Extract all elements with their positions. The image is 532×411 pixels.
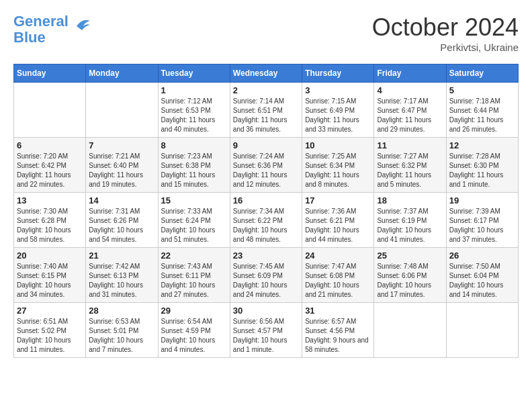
day-number: 2 <box>233 85 299 95</box>
day-info: Sunrise: 7:27 AM Sunset: 6:32 PM Dayligh… <box>377 152 443 189</box>
weekday-header-cell: Monday <box>86 64 158 83</box>
day-number: 18 <box>377 195 443 205</box>
day-info: Sunrise: 7:39 AM Sunset: 6:17 PM Dayligh… <box>449 207 515 244</box>
calendar-cell: 12Sunrise: 7:28 AM Sunset: 6:30 PM Dayli… <box>446 138 518 193</box>
calendar-cell: 20Sunrise: 7:40 AM Sunset: 6:15 PM Dayli… <box>14 248 86 303</box>
calendar-cell: 30Sunrise: 6:56 AM Sunset: 4:57 PM Dayli… <box>230 303 302 358</box>
day-number: 6 <box>17 140 83 150</box>
calendar-cell: 29Sunrise: 6:54 AM Sunset: 4:59 PM Dayli… <box>158 303 230 358</box>
day-number: 12 <box>449 140 515 150</box>
calendar-cell: 3Sunrise: 7:15 AM Sunset: 6:49 PM Daylig… <box>302 83 374 138</box>
day-number: 23 <box>233 250 299 261</box>
day-number: 14 <box>89 195 154 205</box>
day-number: 25 <box>377 250 443 261</box>
day-number: 15 <box>161 195 227 205</box>
weekday-header-cell: Sunday <box>14 64 86 83</box>
calendar-cell <box>446 303 518 358</box>
calendar-week-row: 13Sunrise: 7:30 AM Sunset: 6:28 PM Dayli… <box>14 193 519 248</box>
logo-text: GeneralBlue <box>13 13 69 46</box>
calendar-week-row: 6Sunrise: 7:20 AM Sunset: 6:42 PM Daylig… <box>14 138 519 193</box>
calendar-cell: 8Sunrise: 7:23 AM Sunset: 6:38 PM Daylig… <box>158 138 230 193</box>
calendar-cell <box>14 83 86 138</box>
calendar-cell <box>86 83 158 138</box>
calendar-table: SundayMondayTuesdayWednesdayThursdayFrid… <box>13 64 519 358</box>
day-info: Sunrise: 6:57 AM Sunset: 4:56 PM Dayligh… <box>305 317 371 355</box>
day-number: 5 <box>449 85 515 95</box>
calendar-cell: 31Sunrise: 6:57 AM Sunset: 4:56 PM Dayli… <box>302 303 374 358</box>
title-block: October 2024 Perkivtsi, Ukraine <box>372 13 519 53</box>
day-number: 11 <box>377 140 443 150</box>
calendar-cell: 7Sunrise: 7:21 AM Sunset: 6:40 PM Daylig… <box>86 138 158 193</box>
day-info: Sunrise: 7:23 AM Sunset: 6:38 PM Dayligh… <box>161 152 227 189</box>
day-info: Sunrise: 7:21 AM Sunset: 6:40 PM Dayligh… <box>89 152 154 189</box>
day-number: 3 <box>305 85 371 95</box>
day-info: Sunrise: 7:47 AM Sunset: 6:08 PM Dayligh… <box>305 262 371 300</box>
day-number: 1 <box>161 85 227 95</box>
weekday-header-cell: Wednesday <box>230 64 302 83</box>
day-number: 4 <box>377 85 443 95</box>
day-info: Sunrise: 7:33 AM Sunset: 6:24 PM Dayligh… <box>161 207 227 244</box>
weekday-header-cell: Tuesday <box>158 64 230 83</box>
calendar-cell: 26Sunrise: 7:50 AM Sunset: 6:04 PM Dayli… <box>446 248 518 303</box>
day-number: 17 <box>305 195 371 205</box>
day-number: 8 <box>161 140 227 150</box>
calendar-cell: 11Sunrise: 7:27 AM Sunset: 6:32 PM Dayli… <box>374 138 446 193</box>
day-info: Sunrise: 7:15 AM Sunset: 6:49 PM Dayligh… <box>305 97 371 134</box>
calendar-cell: 17Sunrise: 7:36 AM Sunset: 6:21 PM Dayli… <box>302 193 374 248</box>
day-number: 19 <box>449 195 515 205</box>
day-info: Sunrise: 7:37 AM Sunset: 6:19 PM Dayligh… <box>377 207 443 244</box>
weekday-header-cell: Friday <box>374 64 446 83</box>
calendar-cell: 27Sunrise: 6:51 AM Sunset: 5:02 PM Dayli… <box>14 303 86 358</box>
day-info: Sunrise: 7:42 AM Sunset: 6:13 PM Dayligh… <box>89 262 154 300</box>
calendar-cell: 14Sunrise: 7:31 AM Sunset: 6:26 PM Dayli… <box>86 193 158 248</box>
day-number: 26 <box>449 250 515 261</box>
calendar-cell: 19Sunrise: 7:39 AM Sunset: 6:17 PM Dayli… <box>446 193 518 248</box>
day-info: Sunrise: 7:18 AM Sunset: 6:44 PM Dayligh… <box>449 97 515 134</box>
day-info: Sunrise: 7:36 AM Sunset: 6:21 PM Dayligh… <box>305 207 371 244</box>
calendar-cell: 21Sunrise: 7:42 AM Sunset: 6:13 PM Dayli… <box>86 248 158 303</box>
day-info: Sunrise: 7:14 AM Sunset: 6:51 PM Dayligh… <box>233 97 299 134</box>
logo-bird-icon <box>71 17 93 36</box>
day-info: Sunrise: 6:56 AM Sunset: 4:57 PM Dayligh… <box>233 317 299 355</box>
weekday-header-cell: Thursday <box>302 64 374 83</box>
calendar-cell: 23Sunrise: 7:45 AM Sunset: 6:09 PM Dayli… <box>230 248 302 303</box>
calendar-cell: 2Sunrise: 7:14 AM Sunset: 6:51 PM Daylig… <box>230 83 302 138</box>
logo: GeneralBlue <box>13 13 93 46</box>
calendar-cell: 28Sunrise: 6:53 AM Sunset: 5:01 PM Dayli… <box>86 303 158 358</box>
calendar-cell: 5Sunrise: 7:18 AM Sunset: 6:44 PM Daylig… <box>446 83 518 138</box>
calendar-cell: 24Sunrise: 7:47 AM Sunset: 6:08 PM Dayli… <box>302 248 374 303</box>
calendar-week-row: 27Sunrise: 6:51 AM Sunset: 5:02 PM Dayli… <box>14 303 519 358</box>
day-info: Sunrise: 7:17 AM Sunset: 6:47 PM Dayligh… <box>377 97 443 134</box>
calendar-body: 1Sunrise: 7:12 AM Sunset: 6:53 PM Daylig… <box>14 83 519 358</box>
day-info: Sunrise: 7:28 AM Sunset: 6:30 PM Dayligh… <box>449 152 515 189</box>
day-info: Sunrise: 7:25 AM Sunset: 6:34 PM Dayligh… <box>305 152 371 189</box>
day-info: Sunrise: 7:31 AM Sunset: 6:26 PM Dayligh… <box>89 207 154 244</box>
calendar-cell: 18Sunrise: 7:37 AM Sunset: 6:19 PM Dayli… <box>374 193 446 248</box>
day-info: Sunrise: 7:48 AM Sunset: 6:06 PM Dayligh… <box>377 262 443 300</box>
calendar-cell <box>374 303 446 358</box>
calendar-cell: 10Sunrise: 7:25 AM Sunset: 6:34 PM Dayli… <box>302 138 374 193</box>
day-number: 31 <box>305 306 371 316</box>
day-number: 10 <box>305 140 371 150</box>
day-number: 30 <box>233 306 299 316</box>
calendar-cell: 1Sunrise: 7:12 AM Sunset: 6:53 PM Daylig… <box>158 83 230 138</box>
calendar-cell: 4Sunrise: 7:17 AM Sunset: 6:47 PM Daylig… <box>374 83 446 138</box>
weekday-header-row: SundayMondayTuesdayWednesdayThursdayFrid… <box>14 64 519 83</box>
day-number: 9 <box>233 140 299 150</box>
calendar-cell: 13Sunrise: 7:30 AM Sunset: 6:28 PM Dayli… <box>14 193 86 248</box>
day-info: Sunrise: 6:54 AM Sunset: 4:59 PM Dayligh… <box>161 317 227 355</box>
day-info: Sunrise: 7:34 AM Sunset: 6:22 PM Dayligh… <box>233 207 299 244</box>
weekday-header-cell: Saturday <box>446 64 518 83</box>
calendar-week-row: 1Sunrise: 7:12 AM Sunset: 6:53 PM Daylig… <box>14 83 519 138</box>
day-number: 20 <box>17 250 83 261</box>
day-number: 27 <box>17 306 83 316</box>
day-number: 24 <box>305 250 371 261</box>
day-number: 16 <box>233 195 299 205</box>
day-info: Sunrise: 7:20 AM Sunset: 6:42 PM Dayligh… <box>17 152 83 189</box>
month-title: October 2024 <box>372 13 519 42</box>
calendar-cell: 9Sunrise: 7:24 AM Sunset: 6:36 PM Daylig… <box>230 138 302 193</box>
day-info: Sunrise: 6:51 AM Sunset: 5:02 PM Dayligh… <box>17 317 83 355</box>
day-number: 21 <box>89 250 154 261</box>
calendar-cell: 15Sunrise: 7:33 AM Sunset: 6:24 PM Dayli… <box>158 193 230 248</box>
calendar-week-row: 20Sunrise: 7:40 AM Sunset: 6:15 PM Dayli… <box>14 248 519 303</box>
